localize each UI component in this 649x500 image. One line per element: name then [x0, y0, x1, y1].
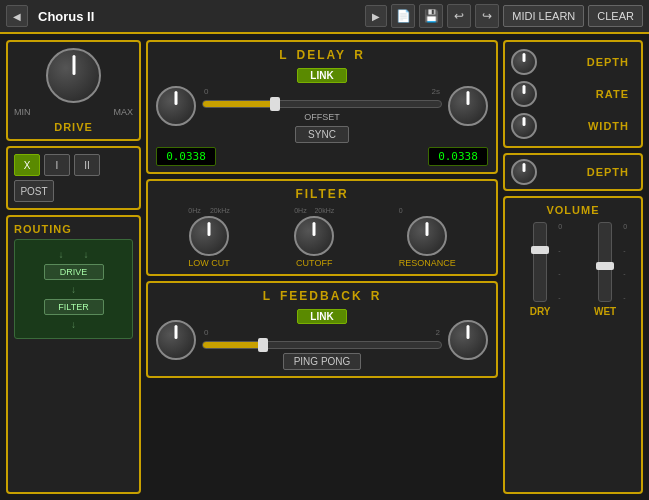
dry-fader-ticks: 0 - - - [558, 223, 562, 301]
depth-row: DEPTH [511, 46, 635, 78]
delay-value-right: 0.0338 [428, 147, 488, 166]
delay-slider-track[interactable] [202, 100, 442, 108]
dry-tick-0: 0 [558, 223, 562, 230]
delay-bottom: 0.0338 0.0338 [156, 147, 488, 166]
filter-section-label: FILTER [295, 187, 348, 201]
rate-knob[interactable] [511, 81, 537, 107]
feedback-header: L FEEDBACK R [156, 289, 488, 303]
cutoff-min-tick: 0Hz [294, 207, 306, 214]
routing-drive-box[interactable]: DRIVE [44, 264, 104, 280]
cutoff-max-tick: 20kHz [314, 207, 334, 214]
low-cut-label: LOW CUT [188, 258, 230, 268]
routing-section: ROUTING ↓ ↓ DRIVE ↓ FILTER ↓ [6, 215, 141, 494]
routing-arrow-right: ↓ [84, 249, 89, 260]
low-cut-max-tick: 20kHz [210, 207, 230, 214]
delay-tick-row-l: 0 2s [202, 87, 442, 96]
dry-label: DRY [530, 306, 551, 317]
delay-header: L DELAY R [156, 48, 488, 62]
wet-tick-2: - [623, 270, 627, 277]
wet-label: WET [594, 306, 616, 317]
resonance-min-tick: 0 [399, 207, 403, 214]
filter-knobs: 0Hz 20kHz LOW CUT 0Hz 20kHz CUTOFF [156, 207, 488, 268]
feedback-tick-row: 0 2 [202, 328, 442, 337]
delay-offset-label: OFFSET [304, 112, 340, 122]
feedback-link-button[interactable]: LINK [297, 309, 346, 324]
resonance-group: 0 RESONANCE [399, 207, 456, 268]
feedback-controls: LINK 0 2 PING PONG [156, 309, 488, 370]
prev-preset-button[interactable]: ◀ [6, 5, 28, 27]
feedback-slider-fill [203, 342, 263, 348]
routing-label: ROUTING [14, 223, 133, 235]
filter-depth-section: DEPTH [503, 153, 643, 191]
wet-fader-thumb[interactable] [596, 262, 614, 270]
resonance-knob[interactable] [407, 216, 447, 256]
low-cut-knob[interactable] [189, 216, 229, 256]
delay-l-label: L [279, 48, 288, 62]
mode-ii-button[interactable]: II [74, 154, 100, 176]
width-knob[interactable] [511, 113, 537, 139]
post-button[interactable]: POST [14, 180, 54, 202]
width-knob-wrap [511, 113, 537, 139]
wet-fader-ticks: 0 - - - [623, 223, 627, 301]
dry-fader-thumb[interactable] [531, 246, 549, 254]
delay-slider-thumb[interactable] [270, 97, 280, 111]
delay-section-label: DELAY [297, 48, 347, 62]
delay-link-button[interactable]: LINK [297, 68, 346, 83]
routing-filter-box[interactable]: FILTER [44, 299, 104, 315]
feedback-slider-thumb[interactable] [258, 338, 268, 352]
depth-knob[interactable] [511, 49, 537, 75]
routing-diagram: ↓ ↓ DRIVE ↓ FILTER ↓ [14, 239, 133, 339]
low-cut-min-tick: 0Hz [188, 207, 200, 214]
mode-i-button[interactable]: I [44, 154, 70, 176]
rate-knob-wrap [511, 81, 537, 107]
wet-tick-1: - [623, 247, 627, 254]
feedback-slider-track[interactable] [202, 341, 442, 349]
feedback-right-knob[interactable] [448, 320, 488, 360]
drive-knob[interactable] [46, 48, 101, 103]
filter-header: FILTER [156, 187, 488, 201]
wet-tick-3: - [623, 294, 627, 301]
next-preset-button[interactable]: ▶ [365, 5, 387, 27]
delay-right-knob[interactable] [448, 86, 488, 126]
fader-row: 0 - - - DRY 0 - - [511, 222, 635, 322]
redo-icon-button[interactable]: ↪ [475, 4, 499, 28]
mode-x-button[interactable]: X [14, 154, 40, 176]
undo-icon-button[interactable]: ↩ [447, 4, 471, 28]
buttons-section: X I II POST [6, 146, 141, 210]
clear-button[interactable]: CLEAR [588, 5, 643, 27]
document-icon-button[interactable]: 📄 [391, 4, 415, 28]
drive-max-label: MAX [113, 107, 133, 117]
wet-fader-track[interactable]: 0 - - - [598, 222, 612, 302]
routing-top-arrows: ↓ ↓ [59, 249, 89, 260]
cutoff-ticks: 0Hz 20kHz [294, 207, 334, 214]
delay-left-knob[interactable] [156, 86, 196, 126]
filter-depth-knob[interactable] [511, 159, 537, 185]
width-row: WIDTH [511, 110, 635, 142]
midi-learn-button[interactable]: MIDI LEARN [503, 5, 584, 27]
cutoff-knob[interactable] [294, 216, 334, 256]
routing-bottom-arrow: ↓ [71, 319, 76, 330]
delay-sync-button[interactable]: SYNC [295, 126, 349, 143]
drive-label: DRIVE [54, 121, 93, 133]
drive-min-max: MIN MAX [14, 107, 133, 117]
ping-pong-button[interactable]: PING PONG [283, 353, 362, 370]
wet-fader-col: 0 - - - WET [594, 222, 616, 322]
drive-min-label: MIN [14, 107, 31, 117]
delay-controls: LINK 0 2s OFFSET SYNC [156, 68, 488, 143]
delay-tick-0-l: 0 [204, 87, 208, 96]
feedback-tick-2: 2 [436, 328, 440, 337]
feedback-left-knob[interactable] [156, 320, 196, 360]
width-label: WIDTH [537, 120, 635, 132]
feedback-section: L FEEDBACK R LINK 0 2 [146, 281, 498, 378]
volume-section: VOLUME 0 - - - DRY [503, 196, 643, 494]
delay-right-knob-col [448, 86, 488, 126]
filter-depth-label: DEPTH [537, 166, 635, 178]
feedback-left-knob-col [156, 320, 196, 360]
dry-fader-track[interactable]: 0 - - - [533, 222, 547, 302]
cutoff-label: CUTOFF [296, 258, 332, 268]
low-cut-group: 0Hz 20kHz LOW CUT [188, 207, 230, 268]
delay-value-left: 0.0338 [156, 147, 216, 166]
save-icon-button[interactable]: 💾 [419, 4, 443, 28]
delay-slider-col: LINK 0 2s OFFSET SYNC [202, 68, 442, 143]
dry-tick-1: - [558, 247, 562, 254]
